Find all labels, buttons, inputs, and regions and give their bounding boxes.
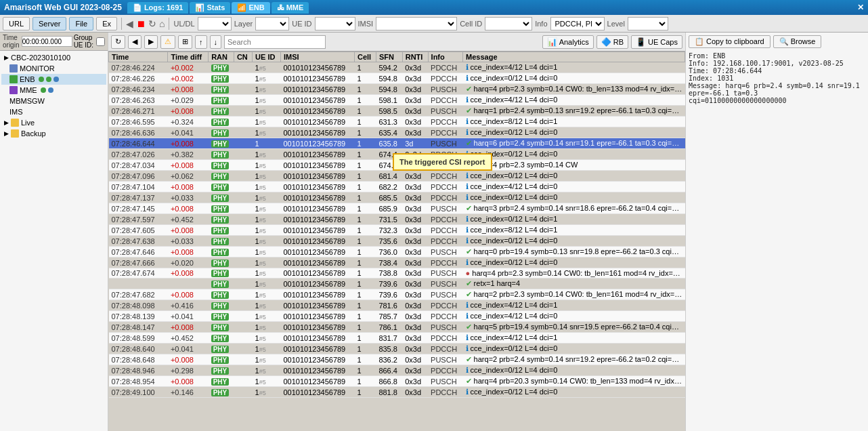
nav-home[interactable]: ⌂ <box>159 18 165 29</box>
table-row[interactable]: 07:28:46.271 +0.008 PHY 1#5 001010123456… <box>109 106 685 117</box>
phy-tag: PHY <box>211 216 230 224</box>
imsi-select[interactable] <box>376 17 457 30</box>
cell-cn <box>234 160 252 171</box>
table-row[interactable]: 07:28:47.145 +0.008 PHY 1#5 001010123456… <box>109 203 685 214</box>
table-row[interactable]: 07:28:47.605 +0.008 PHY 1#5 001010123456… <box>109 225 685 236</box>
cell-info: PDCCH <box>428 258 462 268</box>
cell-timediff: +0.041 <box>168 311 209 322</box>
warn-filter-btn[interactable]: ⚠ <box>160 35 175 49</box>
tree-ims[interactable]: IMS <box>1 106 106 117</box>
ue-caps-btn[interactable]: 📱 UE Caps <box>631 35 682 49</box>
col-info[interactable]: Info <box>428 52 462 62</box>
tree-enb[interactable]: ENB <box>1 74 106 85</box>
url-button[interactable]: URL <box>3 17 30 30</box>
table-row[interactable]: 07:28:47.137 +0.033 PHY 1#5 001010123456… <box>109 192 685 203</box>
fwd-btn[interactable]: ▶ <box>144 35 158 49</box>
col-ueid[interactable]: UE ID <box>253 52 281 62</box>
tab-stats[interactable]: 📊 Stats <box>190 2 230 14</box>
grid-btn[interactable]: ⊞ <box>178 35 192 49</box>
col-cn[interactable]: CN <box>234 52 252 62</box>
cell-id-select[interactable] <box>485 17 532 30</box>
layer-select[interactable] <box>255 17 289 30</box>
tab-enb[interactable]: 📶 ENB <box>232 2 269 14</box>
tab-mme[interactable]: 🖧 MME <box>272 2 309 14</box>
down-btn[interactable]: ↓ <box>210 35 222 49</box>
table-row[interactable]: 07:28:46.224 +0.002 PHY 1#5 001010123456… <box>109 62 685 73</box>
group-ue-checkbox[interactable] <box>96 37 105 46</box>
cell-message: ℹ cce_index=0/12 L=4 dci=0 <box>463 387 685 398</box>
col-cell[interactable]: Cell <box>354 52 376 62</box>
table-row[interactable]: 07:28:48.648 +0.008 PHY 1#5 001010123456… <box>109 354 685 365</box>
col-timediff[interactable]: Time diff <box>168 52 209 62</box>
table-row[interactable]: 07:28:48.954 +0.008 PHY 1#5 001010123456… <box>109 376 685 387</box>
time-origin-input[interactable] <box>22 36 72 47</box>
table-row[interactable]: 07:28:47.682 +0.008 PHY 1#5 001010123456… <box>109 289 685 300</box>
info-select[interactable]: PDCCH, PI <box>550 17 605 30</box>
cell-timediff: +0.008 <box>168 203 209 214</box>
table-row[interactable]: 07:28:48.946 +0.298 PHY 1#5 001010123456… <box>109 365 685 376</box>
table-row[interactable]: 07:28:46.234 +0.008 PHY 1#5 001010123456… <box>109 84 685 95</box>
nav-back[interactable]: ◀ <box>126 18 133 29</box>
tree-live[interactable]: ▶ Live <box>1 117 106 128</box>
cell-imsi: 001010123456789 <box>280 225 354 236</box>
cell-info: PUSCH <box>428 354 462 365</box>
server-button[interactable]: Server <box>32 17 66 30</box>
level-select[interactable] <box>628 17 668 30</box>
rb-btn[interactable]: 🔷 RB <box>596 35 628 49</box>
table-row[interactable]: 07:28:47.674 +0.008 PHY 1#5 001010123456… <box>109 268 685 279</box>
cell-ueid: 1#5 <box>253 149 281 160</box>
analytics-icon: 📊 <box>547 37 557 47</box>
col-imsi[interactable]: IMSI <box>280 52 354 62</box>
ul-dl-select[interactable] <box>198 17 232 30</box>
ue-id-select[interactable] <box>315 17 355 30</box>
back-btn[interactable]: ◀ <box>128 35 142 49</box>
table-row[interactable]: 07:28:46.595 +0.324 PHY 1#5 001010123456… <box>109 117 685 127</box>
table-row[interactable]: 07:28:48.640 +0.041 PHY 1#5 001010123456… <box>109 344 685 354</box>
table-row[interactable]: 07:28:48.139 +0.041 PHY 1#5 001010123456… <box>109 311 685 322</box>
table-row[interactable]: 07:28:47.597 +0.452 PHY 1#5 001010123456… <box>109 214 685 225</box>
cell-imsi: 001010123456789 <box>280 171 354 182</box>
tree-monitor[interactable]: MONITOR <box>1 63 106 74</box>
col-rnti[interactable]: RNTI <box>402 52 428 62</box>
ex-button[interactable]: Ex <box>96 17 117 30</box>
table-row[interactable]: 07:28:48.098 +0.416 PHY 1#5 001010123456… <box>109 300 685 311</box>
table-row[interactable]: 07:28:46.636 +0.041 PHY 1#5 001010123456… <box>109 127 685 138</box>
left-panel: Time origin Group UE ID: ▶ CBC-202301010… <box>0 33 108 431</box>
table-row[interactable]: 07:28:46.644 +0.008 PHY 1 00101012345678… <box>109 138 685 149</box>
copy-to-clipboard-btn[interactable]: 📋 Copy to clipboard <box>689 35 771 48</box>
tree-backup[interactable]: ▶ Backup <box>1 128 106 139</box>
table-row[interactable]: 07:28:49.100 +0.146 PHY 1#5 001010123456… <box>109 387 685 398</box>
table-row[interactable]: 07:28:47.034 +0.008 PHY 1#5 001010123456… <box>109 160 685 171</box>
browse-btn[interactable]: 🔍 Browse <box>773 35 822 48</box>
analytics-btn[interactable]: 📊 Analytics <box>542 35 594 49</box>
cell-timediff: +0.033 <box>168 236 209 247</box>
table-row[interactable]: 07:28:47.638 +0.033 PHY 1#5 001010123456… <box>109 236 685 247</box>
table-row[interactable]: 07:28:46.263 +0.029 PHY 1#5 001010123456… <box>109 95 685 106</box>
table-row[interactable]: 07:28:48.147 +0.008 PHY 1#5 001010123456… <box>109 322 685 333</box>
tab-logs[interactable]: 📄 Logs: 1691 <box>127 2 189 14</box>
tree-root[interactable]: ▶ CBC-2023010100 <box>1 52 106 63</box>
refresh-logs-btn[interactable]: ↻ <box>111 35 125 49</box>
nav-stop[interactable]: ⏹ <box>136 18 146 29</box>
col-time[interactable]: Time <box>109 52 168 62</box>
tree-mme[interactable]: MME <box>1 85 106 96</box>
table-row[interactable]: PHY 1#5 001010123456789 1 739.6 0x3d PUS… <box>109 279 685 289</box>
table-row[interactable]: 07:28:47.026 +0.382 PHY 1#5 001010123456… <box>109 149 685 160</box>
table-row[interactable]: 07:28:47.104 +0.008 PHY 1#5 001010123456… <box>109 182 685 192</box>
table-row[interactable]: 07:28:47.666 +0.020 PHY 1#5 001010123456… <box>109 258 685 268</box>
table-row[interactable]: 07:28:47.096 +0.062 PHY 1#5 001010123456… <box>109 171 685 182</box>
table-row[interactable]: 07:28:47.646 +0.008 PHY 1#5 001010123456… <box>109 247 685 258</box>
nav-refresh[interactable]: ↻ <box>148 18 156 29</box>
col-ran[interactable]: RAN <box>209 52 234 62</box>
up-btn[interactable]: ↑ <box>195 35 207 49</box>
tree-mbmsgw[interactable]: MBMSGW <box>1 96 106 106</box>
col-sfn[interactable]: SFN <box>376 52 402 62</box>
file-button[interactable]: File <box>69 17 93 30</box>
search-input[interactable] <box>224 35 326 49</box>
table-row[interactable]: 07:28:46.226 +0.002 PHY 1#5 001010123456… <box>109 73 685 84</box>
cell-cell: 1 <box>354 258 376 268</box>
main-toolbar: URL Server File Ex ◀ ⏹ ↻ ⌂ UL/DL Layer U… <box>0 15 868 33</box>
col-message[interactable]: Message <box>463 52 685 62</box>
table-row[interactable]: 07:28:48.599 +0.452 PHY 1#5 001010123456… <box>109 333 685 344</box>
cell-message: ℹ cce_index=4/12 L=4 dci=1 <box>463 333 685 344</box>
